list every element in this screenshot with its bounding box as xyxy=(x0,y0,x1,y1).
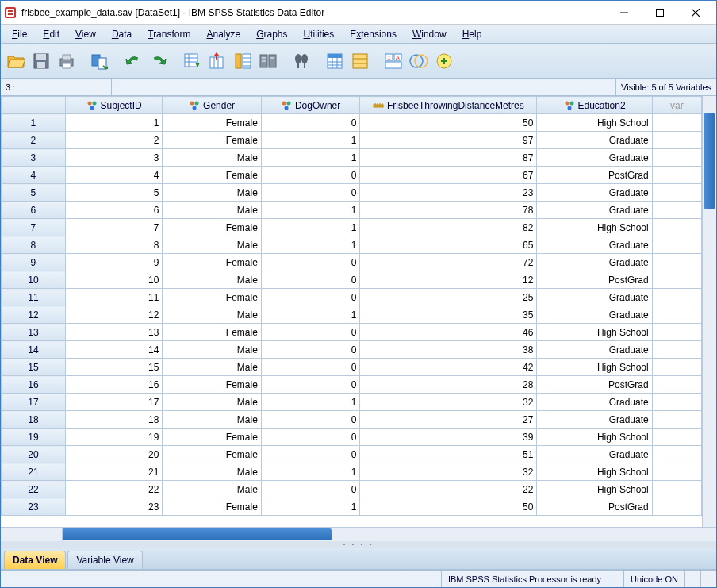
cell-dogowner[interactable]: 1 xyxy=(261,394,360,411)
row-header[interactable]: 5 xyxy=(2,184,66,202)
maximize-button[interactable] xyxy=(642,2,677,24)
cell-frisbee[interactable]: 38 xyxy=(360,341,537,359)
cell-gender[interactable]: Female xyxy=(163,167,262,184)
table-row[interactable]: 33Male187Graduate xyxy=(2,149,702,167)
menu-window[interactable]: Window xyxy=(405,27,454,41)
cell-subjectid[interactable]: 14 xyxy=(65,341,162,359)
row-header[interactable]: 2 xyxy=(2,132,66,149)
cell-education[interactable]: Graduate xyxy=(537,132,652,149)
row-header[interactable]: 12 xyxy=(2,306,66,324)
cell-subjectid[interactable]: 2 xyxy=(65,132,162,149)
cell-empty[interactable] xyxy=(652,411,701,429)
menu-help[interactable]: Help xyxy=(454,27,490,41)
table-row[interactable]: 2020Female051Graduate xyxy=(2,446,702,463)
cell-education[interactable]: PostGrad xyxy=(537,376,652,394)
cell-education[interactable]: Graduate xyxy=(537,306,652,324)
cell-empty[interactable] xyxy=(652,446,701,463)
column-header-subjectid[interactable]: SubjectID xyxy=(65,97,162,114)
cell-subjectid[interactable]: 11 xyxy=(65,289,162,306)
table-row[interactable]: 1616Female028PostGrad xyxy=(2,376,702,394)
cell-frisbee[interactable]: 39 xyxy=(360,429,537,446)
cell-gender[interactable]: Male xyxy=(163,341,262,359)
cell-dogowner[interactable]: 1 xyxy=(261,306,360,324)
cell-empty[interactable] xyxy=(652,394,701,411)
cell-subjectid[interactable]: 19 xyxy=(65,429,162,446)
cell-frisbee[interactable]: 51 xyxy=(360,446,537,463)
cell-subjectid[interactable]: 18 xyxy=(65,411,162,429)
cell-subjectid[interactable]: 8 xyxy=(65,236,162,254)
row-header[interactable]: 11 xyxy=(2,289,66,306)
cell-empty[interactable] xyxy=(652,236,701,254)
cell-empty[interactable] xyxy=(652,463,701,481)
column-header-empty[interactable]: var xyxy=(652,97,701,114)
recall-dialog-button[interactable] xyxy=(88,49,112,73)
row-header[interactable]: 20 xyxy=(2,446,66,463)
goto-variable-button[interactable] xyxy=(205,49,229,73)
cell-education[interactable]: Graduate xyxy=(537,254,652,271)
undo-button[interactable] xyxy=(121,49,145,73)
cell-dogowner[interactable]: 1 xyxy=(261,463,360,481)
table-row[interactable]: 2222Male022High School xyxy=(2,481,702,498)
cell-education[interactable]: Graduate xyxy=(537,149,652,167)
cell-dogowner[interactable]: 1 xyxy=(261,132,360,149)
cell-gender[interactable]: Female xyxy=(163,254,262,271)
menu-data[interactable]: Data xyxy=(104,27,140,41)
cell-education[interactable]: PostGrad xyxy=(537,167,652,184)
cell-education[interactable]: Graduate xyxy=(537,202,652,219)
cell-frisbee[interactable]: 78 xyxy=(360,202,537,219)
cell-empty[interactable] xyxy=(652,359,701,376)
cell-subjectid[interactable]: 21 xyxy=(65,463,162,481)
cell-empty[interactable] xyxy=(652,376,701,394)
row-header[interactable]: 16 xyxy=(2,376,66,394)
cell-frisbee[interactable]: 27 xyxy=(360,411,537,429)
cell-gender[interactable]: Male xyxy=(163,236,262,254)
table-row[interactable]: 1111Female025Graduate xyxy=(2,289,702,306)
cell-subjectid[interactable]: 16 xyxy=(65,376,162,394)
insert-variable-button[interactable] xyxy=(348,49,372,73)
table-row[interactable]: 1818Male027Graduate xyxy=(2,411,702,429)
cell-gender[interactable]: Male xyxy=(163,411,262,429)
tab-variable-view[interactable]: Variable View xyxy=(67,551,142,569)
cell-empty[interactable] xyxy=(652,167,701,184)
cell-dogowner[interactable]: 0 xyxy=(261,271,360,289)
table-row[interactable]: 1515Male042High School xyxy=(2,359,702,376)
cell-frisbee[interactable]: 12 xyxy=(360,271,537,289)
cell-gender[interactable]: Female xyxy=(163,289,262,306)
cell-gender[interactable]: Female xyxy=(163,219,262,236)
cell-education[interactable]: PostGrad xyxy=(537,498,652,516)
menu-view[interactable]: View xyxy=(67,27,104,41)
use-sets-button[interactable] xyxy=(407,49,431,73)
cell-frisbee[interactable]: 50 xyxy=(360,114,537,132)
cell-dogowner[interactable]: 1 xyxy=(261,219,360,236)
cell-dogowner[interactable]: 0 xyxy=(261,411,360,429)
table-row[interactable]: 1212Male135Graduate xyxy=(2,306,702,324)
row-header[interactable]: 10 xyxy=(2,271,66,289)
cell-empty[interactable] xyxy=(652,254,701,271)
cell-subjectid[interactable]: 6 xyxy=(65,202,162,219)
cell-subjectid[interactable]: 3 xyxy=(65,149,162,167)
cell-subjectid[interactable]: 4 xyxy=(65,167,162,184)
menu-edit[interactable]: Edit xyxy=(35,27,67,41)
cell-frisbee[interactable]: 42 xyxy=(360,359,537,376)
cell-gender[interactable]: Male xyxy=(163,463,262,481)
cell-dogowner[interactable]: 0 xyxy=(261,376,360,394)
goto-case-button[interactable] xyxy=(180,49,204,73)
menu-extensions[interactable]: Extensions xyxy=(342,27,405,41)
table-row[interactable]: 1010Male012PostGrad xyxy=(2,271,702,289)
cell-dogowner[interactable]: 0 xyxy=(261,254,360,271)
row-header[interactable]: 13 xyxy=(2,324,66,341)
table-row[interactable]: 55Male023Graduate xyxy=(2,184,702,202)
print-button[interactable] xyxy=(55,49,79,73)
cell-subjectid[interactable]: 13 xyxy=(65,324,162,341)
cell-dogowner[interactable]: 1 xyxy=(261,149,360,167)
cell-education[interactable]: PostGrad xyxy=(537,271,652,289)
redo-button[interactable] xyxy=(147,49,171,73)
cell-empty[interactable] xyxy=(652,184,701,202)
value-labels-button[interactable]: 1A xyxy=(382,49,405,73)
cell-frisbee[interactable]: 67 xyxy=(360,167,537,184)
row-header[interactable]: 3 xyxy=(2,149,66,167)
row-header[interactable]: 21 xyxy=(2,463,66,481)
cell-education[interactable]: Graduate xyxy=(537,446,652,463)
table-row[interactable]: 22Female197Graduate xyxy=(2,132,702,149)
menu-file[interactable]: File xyxy=(4,27,35,41)
